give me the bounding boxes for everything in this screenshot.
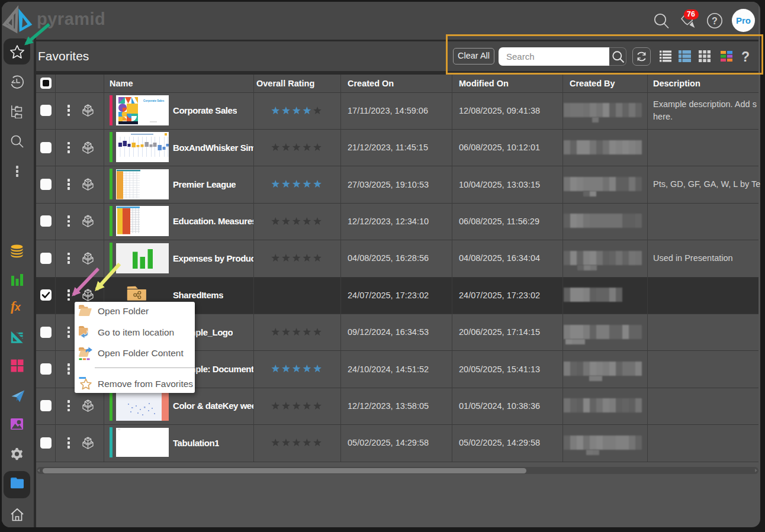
svg-text:?: ? (712, 16, 718, 26)
